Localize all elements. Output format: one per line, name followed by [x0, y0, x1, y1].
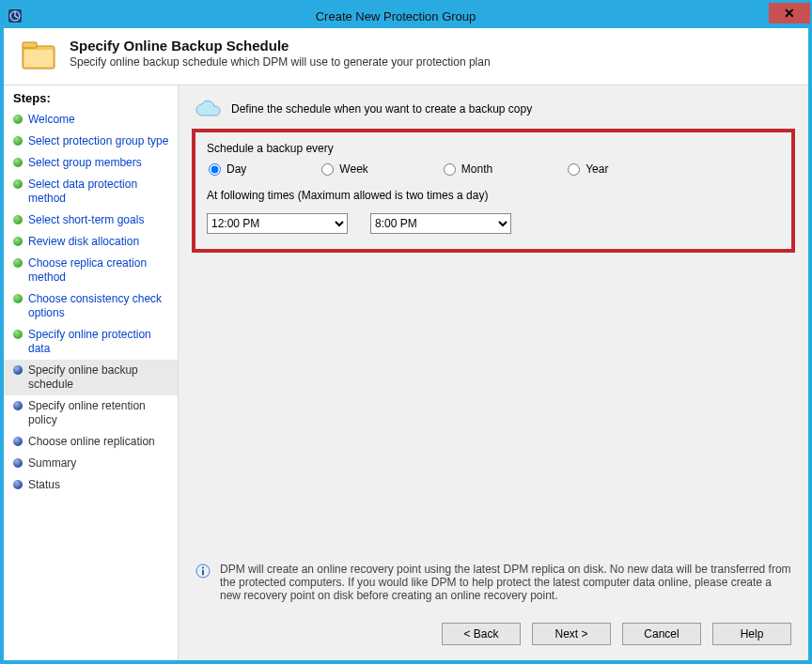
time-select-1[interactable]: 12:00 PM [207, 213, 348, 234]
radio-year-input[interactable] [568, 163, 580, 176]
info-text: DPM will create an online recovery point… [220, 563, 791, 602]
step-bullet-icon [13, 294, 23, 303]
svg-point-5 [202, 566, 204, 568]
sidebar-step[interactable]: Review disk allocation [4, 231, 178, 253]
page-subtitle: Specify online backup schedule which DPM… [70, 55, 491, 69]
step-label: Choose consistency check options [28, 292, 174, 320]
sidebar-step[interactable]: Welcome [4, 109, 178, 131]
step-label: Status [28, 478, 60, 492]
schedule-highlight-box: Schedule a backup every Day Week Month [192, 129, 795, 253]
time-select-2[interactable]: 8:00 PM [370, 213, 511, 234]
steps-heading: Steps: [4, 89, 178, 109]
info-icon [195, 564, 211, 579]
sidebar-step[interactable]: Specify online backup schedule [4, 360, 178, 395]
step-bullet-icon [13, 437, 23, 446]
sidebar-step[interactable]: Status [4, 474, 178, 496]
svg-rect-6 [202, 570, 204, 576]
sidebar-step[interactable]: Select short-term goals [4, 209, 178, 231]
radio-month-input[interactable] [444, 163, 456, 176]
wizard-content: Define the schedule when you want to cre… [179, 85, 808, 660]
close-icon: ✕ [784, 6, 795, 21]
schedule-label: Schedule a backup every [207, 142, 780, 155]
sidebar-step[interactable]: Choose replica creation method [4, 253, 178, 288]
steps-list: WelcomeSelect protection group typeSelec… [4, 109, 178, 496]
step-bullet-icon [13, 480, 23, 489]
define-row: Define the schedule when you want to cre… [192, 95, 795, 129]
steps-sidebar: Steps: WelcomeSelect protection group ty… [4, 85, 179, 660]
sidebar-step[interactable]: Select data protection method [4, 174, 178, 209]
step-label: Summary [28, 456, 76, 471]
step-bullet-icon [13, 158, 23, 167]
radio-week-label: Week [339, 162, 367, 176]
sidebar-step[interactable]: Specify online protection data [4, 324, 178, 360]
step-label: Choose replica creation method [28, 256, 174, 285]
wizard-body: Steps: WelcomeSelect protection group ty… [4, 85, 808, 660]
times-label: At following times (Maximum allowed is t… [207, 189, 780, 202]
step-bullet-icon [13, 179, 23, 189]
step-label: Select protection group type [28, 134, 168, 148]
time-selects-row: 12:00 PM 8:00 PM [207, 213, 780, 234]
sidebar-step[interactable]: Select protection group type [4, 131, 178, 152]
radio-month-label: Month [461, 162, 492, 176]
window-title: Create New Protection Group [23, 9, 769, 23]
step-label: Specify online protection data [28, 328, 174, 356]
wizard-buttons: < Back Next > Cancel Help [192, 615, 795, 647]
step-label: Select group members [28, 156, 142, 170]
radio-year[interactable]: Year [568, 162, 608, 176]
step-bullet-icon [13, 136, 23, 146]
step-bullet-icon [13, 237, 23, 246]
svg-rect-2 [23, 42, 37, 48]
radio-day-input[interactable] [209, 163, 221, 176]
sidebar-step[interactable]: Choose online replication [4, 431, 178, 453]
step-label: Choose online replication [28, 435, 155, 449]
radio-day-label: Day [226, 162, 246, 176]
frequency-radio-group: Day Week Month Year [207, 162, 780, 176]
radio-day[interactable]: Day [209, 162, 246, 176]
folder-icon [21, 38, 58, 73]
step-label: Specify online backup schedule [28, 363, 174, 392]
step-bullet-icon [13, 458, 23, 468]
radio-week[interactable]: Week [321, 162, 367, 176]
back-button[interactable]: < Back [442, 623, 521, 645]
wizard-window: Create New Protection Group ✕ Specify On… [0, 0, 812, 664]
app-icon [8, 8, 23, 23]
sidebar-step[interactable]: Select group members [4, 152, 178, 174]
step-bullet-icon [13, 215, 23, 224]
step-bullet-icon [13, 115, 23, 124]
step-label: Review disk allocation [28, 235, 139, 249]
cloud-icon [194, 99, 222, 119]
step-label: Welcome [28, 113, 75, 127]
svg-rect-3 [24, 50, 53, 67]
help-button[interactable]: Help [712, 623, 791, 645]
sidebar-step[interactable]: Summary [4, 453, 178, 474]
step-label: Specify online retention policy [28, 399, 174, 427]
step-label: Select data protection method [28, 178, 174, 206]
sidebar-step[interactable]: Choose consistency check options [4, 288, 178, 324]
step-bullet-icon [13, 330, 23, 339]
step-bullet-icon [13, 365, 23, 375]
page-title: Specify Online Backup Schedule [70, 38, 491, 54]
cancel-button[interactable]: Cancel [622, 623, 701, 645]
sidebar-step[interactable]: Specify online retention policy [4, 395, 178, 431]
radio-week-input[interactable] [321, 163, 334, 176]
titlebar: Create New Protection Group ✕ [4, 4, 808, 28]
radio-year-label: Year [586, 162, 608, 176]
step-bullet-icon [13, 401, 23, 410]
close-button[interactable]: ✕ [769, 3, 810, 23]
wizard-header: Specify Online Backup Schedule Specify o… [4, 28, 808, 85]
define-text: Define the schedule when you want to cre… [231, 102, 532, 116]
step-bullet-icon [13, 258, 23, 268]
radio-month[interactable]: Month [444, 162, 492, 176]
info-row: DPM will create an online recovery point… [192, 563, 795, 615]
step-label: Select short-term goals [28, 213, 144, 227]
next-button[interactable]: Next > [532, 623, 611, 645]
